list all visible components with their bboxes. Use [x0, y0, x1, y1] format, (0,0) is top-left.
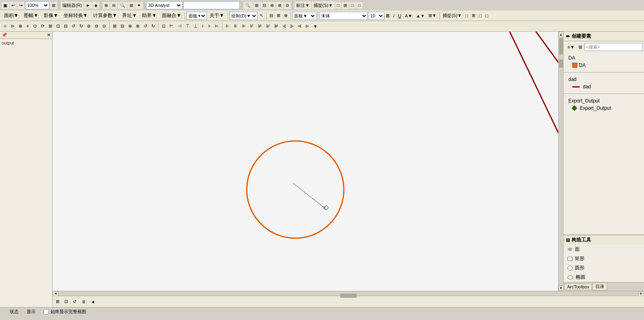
- table-view-btn[interactable]: ⊞: [577, 44, 584, 51]
- toolbar-btn-3[interactable]: ↪: [17, 2, 24, 9]
- always-show-checkbox[interactable]: [44, 309, 49, 314]
- toolbar-btn-7[interactable]: ⊖: [110, 2, 117, 9]
- menu-merge[interactable]: 面融合▼: [159, 11, 184, 20]
- zoom-dropdown[interactable]: 100%: [25, 1, 49, 9]
- scroll-thumb-h[interactable]: [340, 294, 356, 298]
- toolbar-btn-16[interactable]: ⊘: [284, 2, 291, 9]
- draw-tool-38[interactable]: ⊲: [296, 23, 303, 30]
- draw-tool-7[interactable]: ⊞: [47, 23, 54, 30]
- box1-btn[interactable]: □: [477, 13, 483, 19]
- toolbar-btn-4[interactable]: ⊞: [50, 2, 57, 9]
- toolbar-btn-17[interactable]: □: [335, 2, 341, 9]
- draw-tool-22[interactable]: ⊢: [168, 23, 175, 30]
- capture-s-btn[interactable]: 捕捉(S)▼: [441, 12, 464, 19]
- italic-btn[interactable]: I: [392, 13, 396, 19]
- bold-btn[interactable]: B: [385, 13, 391, 19]
- font-family-select[interactable]: 宋体: [319, 12, 368, 20]
- construct-rect[interactable]: 矩形: [564, 254, 644, 263]
- bottom-btn-4[interactable]: ⏸: [80, 299, 87, 305]
- draw-tool-36[interactable]: ⊰: [281, 23, 288, 30]
- toolbar-btn-13[interactable]: ⊟: [261, 2, 268, 9]
- menu-assist[interactable]: 助界▼: [140, 11, 159, 20]
- catalog-tab[interactable]: 目录: [593, 283, 607, 290]
- draw-tool-19[interactable]: ↺: [142, 23, 149, 30]
- menu-image[interactable]: 影像▼: [41, 11, 61, 20]
- draw-dropdown[interactable]: 绘制(D)▼: [229, 12, 258, 20]
- draw-tool-3[interactable]: ⊕: [17, 23, 24, 30]
- construct-circle[interactable]: 圆形: [564, 263, 644, 273]
- toolbar-btn-1[interactable]: ▣: [2, 2, 9, 9]
- draw-tool-10[interactable]: ↺: [70, 23, 77, 30]
- underline-btn[interactable]: U: [396, 13, 403, 19]
- draw-tool-1[interactable]: ⊹: [2, 23, 8, 30]
- canvas-area[interactable]: [53, 32, 558, 291]
- scroll-up-btn[interactable]: ▲: [559, 32, 564, 37]
- toolbar-draw-1[interactable]: ⊟: [268, 12, 275, 19]
- draw-tool-27[interactable]: ⊧: [207, 23, 212, 30]
- draw-tool-11[interactable]: ↻: [78, 23, 85, 30]
- face-dropdown[interactable]: 面板▼: [292, 12, 316, 20]
- toolbar-draw-3[interactable]: ⊕: [282, 12, 289, 19]
- draw-tool-25[interactable]: ⊥: [192, 23, 199, 30]
- bottom-btn-2[interactable]: ⊡: [63, 298, 70, 305]
- draw-tool-30[interactable]: ⊪: [232, 23, 239, 30]
- draw-tool-23[interactable]: ⊣: [176, 23, 183, 30]
- draw-tool-8[interactable]: ⊡: [55, 23, 61, 30]
- draw-tool-13[interactable]: ⊜: [93, 23, 100, 30]
- analyst-input[interactable]: [183, 1, 240, 9]
- bottom-btn-3[interactable]: ↺: [71, 298, 78, 305]
- toolbar-btn-12[interactable]: ⊞: [253, 2, 260, 9]
- toolbar-btn-5[interactable]: ◈: [93, 2, 99, 9]
- capture-btn[interactable]: 捕捉(S)▼: [312, 2, 335, 9]
- draw-tool-20[interactable]: ↻: [150, 23, 157, 30]
- draw-tool-6[interactable]: ⟳: [39, 23, 46, 30]
- draw-tool-4[interactable]: ⋄: [25, 23, 31, 30]
- close-icon[interactable]: ✕: [47, 32, 51, 38]
- menu-figure[interactable]: 图幅▼: [21, 11, 41, 20]
- draw-tool-32[interactable]: ⊬: [248, 23, 256, 30]
- dad-item[interactable]: dad: [566, 83, 642, 90]
- bottom-btn-1[interactable]: ⊞: [54, 298, 61, 305]
- arc-toolbox-tab[interactable]: ArcToolbox: [564, 284, 592, 290]
- toolbar-btn-11[interactable]: 🔍: [244, 2, 252, 9]
- draw-tool-34[interactable]: ⊮: [265, 23, 272, 30]
- font-color-btn[interactable]: A▼: [403, 13, 414, 19]
- font-size-select[interactable]: 10: [368, 12, 384, 20]
- da-item[interactable]: DA: [566, 62, 642, 69]
- scroll-down-btn[interactable]: ▼: [559, 285, 564, 291]
- rect-btn[interactable]: □: [464, 13, 470, 19]
- draw-tool-29[interactable]: ⊩: [224, 23, 231, 30]
- menu-about[interactable]: 关于▼: [207, 11, 227, 20]
- construct-ellipse[interactable]: 椭圆: [564, 273, 644, 282]
- toolbar-btn-2[interactable]: ↩: [10, 2, 17, 9]
- horizontal-scrollbar[interactable]: ◄ ►: [53, 291, 644, 296]
- label-btn[interactable]: 标注▼: [294, 2, 311, 9]
- toolbar-btn-15[interactable]: ⊗: [276, 2, 283, 9]
- draw-tool-40[interactable]: ▼: [311, 23, 319, 30]
- bottom-btn-5[interactable]: ◄: [89, 299, 97, 305]
- toolbar-btn-10[interactable]: ✦: [136, 2, 142, 9]
- draw-tool-21[interactable]: ⊡: [160, 23, 167, 30]
- menu-calc[interactable]: 计算参数▼: [91, 11, 120, 20]
- draw-tool-12[interactable]: ⊛: [85, 23, 92, 30]
- draw-tool-9[interactable]: ⊟: [62, 23, 69, 30]
- draw-tool-18[interactable]: ⊗: [134, 23, 141, 30]
- draw-tool-33[interactable]: ⊭: [256, 23, 264, 30]
- draw-tool-26[interactable]: ⊦: [200, 23, 206, 30]
- draw-tool-28[interactable]: ⊨: [213, 23, 220, 30]
- toolbar-btn-18[interactable]: ⊞: [342, 2, 349, 9]
- scroll-left-btn[interactable]: ◄: [53, 291, 58, 296]
- construct-face[interactable]: 面: [564, 245, 644, 254]
- draw-tool-14[interactable]: ⊝: [101, 23, 108, 30]
- menu-coord[interactable]: 坐标转换▼: [61, 11, 90, 20]
- highlight-btn[interactable]: ▲▼: [414, 13, 426, 19]
- draw-tool-5[interactable]: ⊙: [32, 23, 38, 30]
- draw-tool-37[interactable]: ⊱: [288, 23, 295, 30]
- analyst-dropdown[interactable]: 3D Analyst: [146, 1, 182, 9]
- draw-tool-15[interactable]: ⊞: [111, 23, 118, 30]
- draw-tool-24[interactable]: ⊤: [184, 23, 191, 30]
- box2-btn[interactable]: □: [484, 13, 490, 19]
- list-view-btn[interactable]: ≡▼: [566, 44, 576, 50]
- toolbar-btn-19[interactable]: □: [350, 2, 356, 9]
- toolbar-btn-20[interactable]: □: [356, 2, 362, 9]
